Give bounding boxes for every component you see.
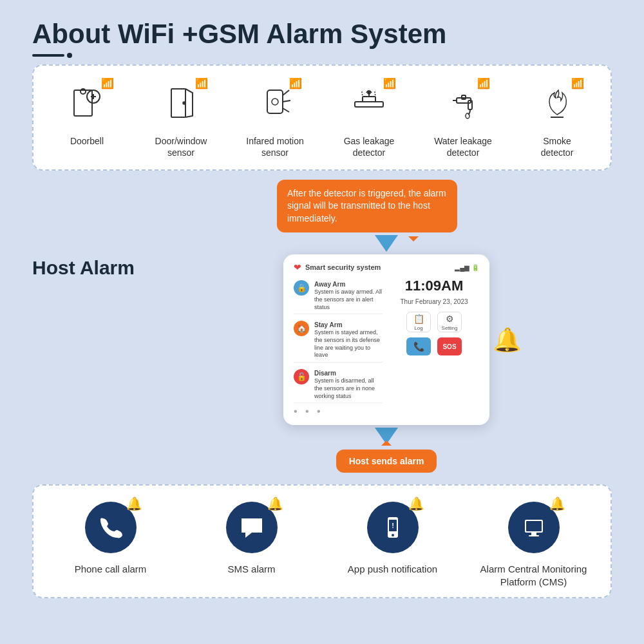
doorbell-icon-wrap: 📶 [61, 79, 113, 130]
sensor-door-window: 📶 Door/windowsensor [136, 79, 226, 158]
panel-signal-icon: ▂▄▆ 🔋 [455, 264, 479, 271]
sensor-infrared: 📶 Infared motionsensor [230, 79, 320, 158]
door-window-icon-wrap: 📶 [155, 79, 207, 130]
water-icon [444, 84, 482, 125]
underline-dot [67, 53, 72, 58]
svg-point-25 [392, 534, 394, 536]
smoke-icon-wrap: 📶 [531, 79, 583, 130]
panel-date: Thur February 23, 2023 [400, 298, 468, 305]
away-arm-item: 🔒 Away Arm System is away armed. All the… [294, 278, 383, 314]
stay-arm-item: 🏠 Stay Arm System is stayed armed, the s… [294, 318, 383, 363]
panel-left: 🔒 Away Arm System is away armed. All the… [294, 278, 383, 403]
call-button[interactable]: 📞 [406, 337, 431, 355]
phone-bell-icon: 🔔 [126, 496, 142, 511]
disarm-icon: 🔓 [294, 369, 309, 384]
sos-button[interactable]: SOS [437, 337, 462, 355]
host-sends-bubble: Host sends alarm [336, 450, 437, 473]
disarm-text: Disarm System is disarmed, all the senso… [314, 369, 383, 400]
svg-text:!: ! [392, 522, 394, 529]
wifi-signal-icon2: 📶 [195, 77, 208, 90]
door-icon [162, 84, 200, 125]
call-icon: 📞 [413, 341, 424, 352]
svg-point-19 [466, 113, 469, 118]
bottom-row: 🔔 Phone call alarm 🔔 SMS alarm [40, 498, 604, 588]
infrared-label: Infared motionsensor [246, 135, 304, 158]
app-push-item: ! 🔔 App push notification [335, 498, 451, 576]
panel-heart-icon: ❤ [294, 262, 301, 272]
svg-rect-13 [363, 97, 375, 102]
sensor-doorbell: 📶 Doorbell [42, 79, 132, 147]
cms-item: 🔔 Alarm Central MonitoringPlatform (CMS) [476, 498, 592, 588]
setting-label: Setting [442, 325, 458, 331]
log-icon: 📋 [413, 314, 424, 324]
title-underline [32, 53, 612, 58]
cms-bell-icon: 🔔 [549, 496, 565, 511]
svg-rect-12 [355, 102, 383, 107]
stay-arm-icon: 🏠 [294, 321, 309, 336]
sms-bell-icon: 🔔 [267, 496, 283, 511]
svg-rect-7 [267, 90, 283, 113]
wifi-signal-icon4: 📶 [383, 77, 396, 90]
phone-call-item: 🔔 Phone call alarm [53, 498, 169, 576]
underline-line [32, 54, 64, 57]
alarm-panel: 🔔 ❤ Smart security system ▂▄▆ 🔋 🔒 Away A… [283, 254, 489, 425]
water-label: Water leakagedetector [434, 135, 492, 158]
header-section: About WiFi +GSM Alarm System [32, 19, 612, 58]
speech-bubble: After the detector is triggered, the ala… [277, 180, 457, 233]
panel-dots: • • • [294, 406, 479, 417]
svg-point-6 [183, 102, 185, 104]
panel-title-text: Smart security system [305, 263, 381, 271]
gas-icon-wrap: 📶 [343, 79, 395, 130]
svg-line-8 [283, 90, 289, 95]
setting-icon: ⚙ [446, 314, 454, 324]
log-button[interactable]: 📋 Log [406, 312, 431, 332]
alarm-bell-icon: 🔔 [493, 327, 522, 354]
infrared-icon-wrap: 📶 [249, 79, 301, 130]
svg-rect-29 [529, 535, 539, 536]
app-bell-icon: 🔔 [408, 496, 424, 511]
doorbell-label: Doorbell [70, 135, 104, 147]
log-label: Log [414, 325, 422, 331]
svg-rect-27 [526, 521, 542, 531]
wifi-signal-icon5: 📶 [477, 77, 490, 90]
bottom-section: 🔔 Phone call alarm 🔔 SMS alarm [32, 484, 612, 598]
smoke-label: Smokedetector [541, 135, 574, 158]
svg-rect-28 [531, 533, 536, 535]
sms-icon-wrap: 🔔 [223, 498, 281, 556]
setting-button[interactable]: ⚙ Setting [437, 312, 462, 332]
sensor-gas: 📶 [324, 79, 414, 158]
phone-icon-wrap: 🔔 [82, 498, 140, 556]
away-arm-text: Away Arm System is away armed. All the s… [314, 280, 383, 311]
wifi-signal-icon: 📶 [101, 77, 114, 90]
sensors-row: 📶 Doorbell [40, 79, 604, 158]
sms-label: SMS alarm [227, 563, 275, 576]
page-wrapper: About WiFi +GSM Alarm System 📶 [0, 0, 644, 644]
host-alarm-label: Host Alarm [32, 257, 148, 279]
stay-arm-text: Stay Arm System is stayed armed, the sen… [314, 321, 383, 359]
app-icon-wrap: ! 🔔 [364, 498, 422, 556]
panel-buttons: 📋 Log ⚙ Setting [406, 312, 462, 332]
doorbell-icon [68, 84, 106, 125]
panel-bottom-buttons: 📞 SOS [406, 337, 462, 355]
app-label: App push notification [348, 563, 437, 576]
panel-title-row: ❤ Smart security system [294, 262, 381, 272]
cms-label: Alarm Central MonitoringPlatform (CMS) [480, 563, 587, 588]
middle-section: Host Alarm After the detector is trigger… [32, 180, 612, 473]
away-arm-icon: 🔒 [294, 280, 309, 296]
middle-center: After the detector is triggered, the ala… [161, 180, 612, 473]
wifi-signal-icon3: 📶 [289, 77, 302, 90]
panel-right: 11:09AM Thur February 23, 2023 📋 Log ⚙ S… [389, 278, 479, 403]
cms-icon-wrap: 🔔 [505, 498, 563, 556]
arrow-down-1 [375, 235, 398, 252]
sos-label: SOS [442, 343, 456, 350]
wifi-signal-icon6: 📶 [571, 77, 584, 90]
svg-point-11 [272, 99, 278, 105]
smoke-icon [538, 84, 576, 125]
water-icon-wrap: 📶 [437, 79, 489, 130]
sensor-smoke: 📶 Smokedetector [512, 79, 602, 158]
panel-body: 🔒 Away Arm System is away armed. All the… [294, 278, 479, 403]
page-title: About WiFi +GSM Alarm System [32, 19, 612, 49]
panel-header: ❤ Smart security system ▂▄▆ 🔋 [294, 262, 479, 272]
panel-time: 11:09AM [405, 278, 463, 294]
gas-label: Gas leakagedetector [344, 135, 395, 158]
